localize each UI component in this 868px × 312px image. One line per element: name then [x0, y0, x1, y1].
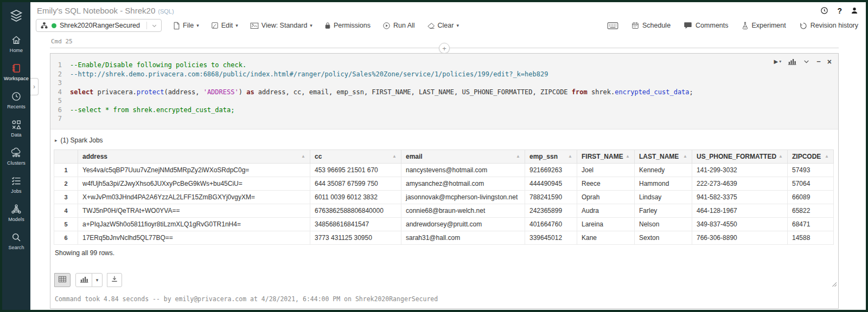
rows-summary: Showing all 99 rows. [54, 245, 834, 257]
run-cell-button[interactable]: ▶▾ [774, 58, 782, 64]
table-row: 3X+wJvPm03JHnd4PA2A6YzzAL2LFF15ZmBGXYj0v… [54, 190, 834, 204]
action-shortcuts[interactable] [607, 22, 618, 30]
keyboard-icon [607, 22, 618, 30]
row-number: 6 [54, 231, 78, 244]
run-icon [382, 22, 391, 30]
action-revision-history[interactable]: Revision history [799, 22, 858, 30]
column-header-cc[interactable]: cc▲ [310, 150, 401, 163]
table-header-row: address▲cc▲email▲emp_ssn▲FIRST_NAME▲LAST… [54, 150, 834, 163]
menu-file[interactable]: File▾ [167, 19, 205, 32]
table-cell: 68471 [788, 217, 834, 231]
divider [146, 22, 147, 29]
account-icon[interactable] [851, 6, 858, 15]
column-header-us_phone_formatted[interactable]: US_PHONE_FORMATTED▲ [692, 150, 788, 163]
collapse-button[interactable] [803, 58, 810, 65]
table-cell: amysanchez@hotmail.com [401, 177, 525, 190]
download-button[interactable] [107, 273, 122, 287]
menu-label: Edit [221, 22, 233, 29]
action-comments[interactable]: Comments [684, 22, 728, 29]
cluster-selector[interactable]: Shrek2020RangerSecured [36, 19, 162, 32]
column-header-emp_ssn[interactable]: emp_ssn▲ [525, 150, 577, 163]
action-label: Schedule [642, 22, 671, 29]
result-actions: ▾ [55, 273, 834, 287]
table-cell: nancystevens@hotmail.com [401, 163, 525, 177]
menu-edit[interactable]: Edit▾ [205, 19, 244, 32]
table-cell: andrewdorsey@pruitt.com [401, 217, 525, 231]
home-icon [11, 34, 22, 46]
sort-asc-icon: ▲ [683, 153, 687, 159]
file-icon [173, 22, 180, 30]
minimize-button[interactable]: − [816, 57, 821, 66]
menu-permissions[interactable]: Permissions [318, 19, 376, 32]
add-cell-button[interactable]: + [439, 43, 450, 54]
table-view-group [55, 273, 71, 287]
status-clock-icon[interactable] [820, 6, 828, 15]
sidebar-item-search[interactable]: Search [4, 226, 29, 255]
column-header-last_name[interactable]: LAST_NAME▲ [635, 150, 692, 163]
sidebar-item-recents[interactable]: Recents [4, 86, 29, 114]
column-header-address[interactable]: address▲ [78, 150, 310, 163]
table-cell: 349-837-4550 [692, 217, 788, 231]
menu-run-all[interactable]: Run All [376, 19, 421, 32]
collapsed-arrow-icon: ▸ [55, 138, 58, 143]
column-label: FIRST_NAME [582, 153, 623, 160]
table-cell: Sexton [635, 231, 692, 244]
action-schedule[interactable]: Schedule [631, 22, 671, 29]
sidebar-item-label: Data [11, 132, 21, 138]
sidebar-item-label: Workspace [4, 76, 29, 81]
download-icon [111, 275, 118, 285]
chart-options-button[interactable]: ▾ [92, 273, 103, 287]
action-label: Revision history [810, 22, 858, 29]
cluster-status-dot [52, 23, 56, 28]
column-header-zipcode[interactable]: ZIPCODE▲ [788, 150, 834, 163]
sidebar-item-label: Models [8, 217, 24, 222]
column-header-email[interactable]: email▲ [401, 150, 525, 163]
chart-view-button[interactable] [75, 273, 92, 287]
spark-jobs-toggle[interactable]: ▸ (1) Spark Jobs [54, 132, 834, 150]
databricks-logo-icon[interactable] [2, 2, 30, 29]
table-cell: 644 35087 67599 750 [310, 177, 401, 190]
table-cell: Kane [577, 231, 635, 244]
sidebar-item-models[interactable]: Models [4, 198, 29, 226]
dashboard-view-button[interactable] [788, 58, 796, 65]
column-label: emp_ssn [529, 153, 558, 160]
menu-view[interactable]: View: Standard▾ [244, 19, 318, 32]
column-label: address [82, 153, 107, 160]
row-number: 2 [54, 177, 78, 190]
spark-jobs-label: (1) Spark Jobs [61, 136, 103, 144]
main-panel: Emily's SQL Notebook - Shrek20(SQL) ? Sh… [30, 2, 866, 310]
results-resize-handle[interactable] [832, 282, 837, 287]
command-status: Command took 4.84 seconds -- by emily@pr… [54, 287, 834, 308]
caret-down-icon: ▾ [96, 277, 99, 283]
sidebar-item-workspace[interactable]: Workspace [4, 57, 29, 86]
sidebar-item-label: Jobs [11, 188, 21, 194]
sidebar-item-data[interactable]: Data [4, 114, 29, 142]
table-cell: Nelson [635, 217, 692, 231]
sidebar-item-home[interactable]: Home [4, 29, 29, 57]
code-line: 2--http://shrek.demo.privacera.com:6868/… [53, 70, 833, 79]
action-experiment[interactable]: Experiment [742, 22, 786, 30]
table-cell: 401664760 [525, 217, 577, 231]
code-editor[interactable]: ▶▾−× 1--Enable/Disable following policie… [50, 54, 838, 129]
table-cell: 3773 431125 30950 [310, 231, 401, 244]
table-view-button[interactable] [54, 273, 71, 287]
column-header-first_name[interactable]: FIRST_NAME▲ [577, 150, 635, 163]
line-number: 5 [53, 96, 70, 106]
sidebar-item-jobs[interactable]: Jobs [4, 170, 29, 198]
column-label: email [406, 153, 423, 160]
table-cell: 941-582-3375 [692, 190, 788, 204]
sidebar: HomeWorkspaceRecentsDataClustersJobsMode… [2, 2, 30, 310]
help-icon[interactable]: ? [837, 6, 842, 15]
table-cell: 464-128-1967 [692, 204, 788, 217]
menu-clear[interactable]: Clear▾ [421, 19, 465, 32]
line-content: --Enable/Disable following policies to c… [70, 61, 246, 70]
eraser-icon [427, 22, 435, 29]
table-row: 2w4fUjh5a3pi/ZJwyXhso6JUXxyPcBeG9kWs+bu4… [54, 177, 834, 190]
delete-cell-button[interactable]: × [827, 59, 832, 64]
sidebar-expand-tab[interactable]: › [30, 78, 39, 95]
caret-down-icon: ▾ [310, 23, 312, 28]
sidebar-item-clusters[interactable]: Clusters [4, 142, 29, 170]
line-number: 7 [53, 114, 70, 123]
table-cell: Lareina [577, 217, 635, 231]
table-cell: Joel [577, 163, 635, 177]
